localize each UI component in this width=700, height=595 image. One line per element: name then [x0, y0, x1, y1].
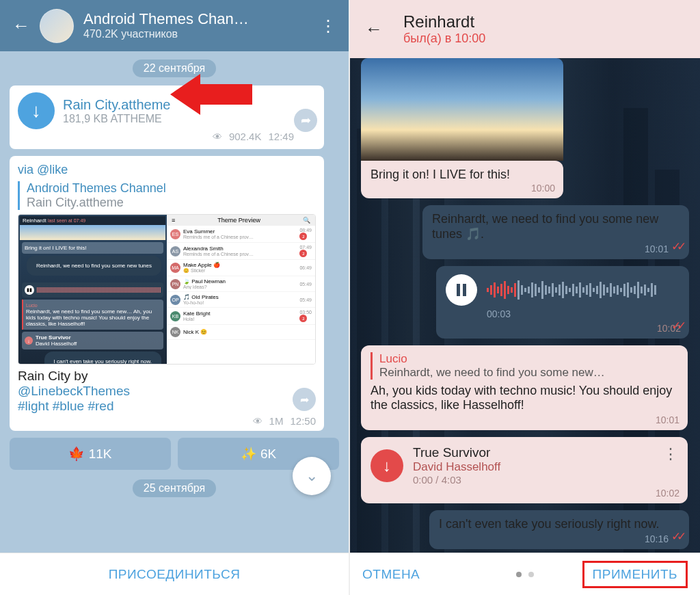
right-screenshot: ← Reinhardt был(а) в 10:00 Bring it on! … [350, 0, 700, 595]
pause-icon[interactable] [446, 274, 477, 306]
image-attachment[interactable] [361, 58, 563, 161]
read-ticks-icon: ✓✓ [671, 319, 682, 333]
channel-subtitle: 470.2K участников [83, 28, 249, 40]
via-link[interactable]: via @like [18, 163, 316, 177]
back-icon[interactable]: ← [12, 15, 40, 36]
cancel-button[interactable]: ОТМЕНА [362, 567, 420, 582]
share-icon[interactable]: ➦ [293, 388, 316, 411]
preview-message[interactable]: via @like Android Themes Channel Rain Ci… [10, 156, 324, 431]
file-meta: 181,9 KB ATTHEME [63, 113, 170, 125]
file-message[interactable]: ↓ Rain City.attheme 181,9 KB ATTHEME 👁 9… [10, 85, 324, 149]
channel-title[interactable]: Android Themes Chan… [83, 11, 249, 27]
chat-header: ← Reinhardt был(а) в 10:00 [350, 0, 700, 58]
reply-quote[interactable]: Lucio Reinhardt, we need to find you som… [371, 352, 678, 380]
channel-header: ← Android Themes Chan… 470.2K участников… [0, 0, 349, 51]
waveform[interactable] [487, 279, 679, 301]
file-name: Rain City.attheme [63, 97, 170, 113]
join-button[interactable]: ПРИСОЕДИНИТЬСЯ [0, 553, 349, 595]
apply-button[interactable]: ПРИМЕНИТЬ [582, 561, 688, 588]
theme-preview-image: Reinhardt last seen at 07:49 Bring it on… [18, 214, 316, 365]
file-views: 902.4K [229, 131, 262, 142]
views-icon: 👁 [253, 416, 262, 427]
kebab-icon[interactable]: ⋮ [663, 445, 678, 463]
message-in[interactable]: Bring it on! I LIVE for this! 10:00 [361, 161, 563, 198]
download-icon[interactable]: ↓ [18, 92, 55, 129]
left-screenshot: ← Android Themes Chan… 470.2K участников… [0, 0, 350, 595]
read-ticks-icon: ✓✓ [671, 239, 682, 254]
back-icon[interactable]: ← [365, 18, 403, 40]
share-icon[interactable]: ➦ [294, 109, 317, 132]
date-separator: 25 сентября [133, 479, 217, 497]
reply-quote[interactable]: Android Themes Channel Rain City.attheme [18, 181, 316, 210]
read-ticks-icon: ✓✓ [671, 529, 682, 544]
chat-area-right: Bring it on! I LIVE for this! 10:00 Rein… [350, 58, 700, 553]
caption: Rain City by @LinebeckThemes #light #blu… [18, 369, 130, 414]
views-icon: 👁 [213, 131, 222, 142]
message-out[interactable]: I can't even take you seriously right no… [429, 510, 689, 549]
audio-file-message[interactable]: ↓ True Survivor David Hasselhoff 0:00 / … [361, 437, 688, 503]
chat-title[interactable]: Reinhardt [403, 12, 485, 31]
page-dots [516, 572, 534, 577]
vote-buttons: 🍁 11K ✨ 6K [10, 438, 339, 470]
channel-avatar[interactable] [40, 9, 74, 43]
annotation-arrow [170, 77, 252, 111]
message-out[interactable]: Reinhardt, we need to find you some new … [422, 205, 689, 259]
download-icon[interactable]: ↓ [371, 449, 403, 482]
message-in-quoted[interactable]: Lucio Reinhardt, we need to find you som… [361, 345, 688, 430]
vote-a[interactable]: 🍁 11K [10, 438, 171, 470]
theme-actions: ОТМЕНА ПРИМЕНИТЬ [350, 553, 700, 595]
chat-subtitle: был(а) в 10:00 [403, 31, 485, 46]
chat-area-left: 22 сентября ↓ Rain City.attheme 181,9 KB… [0, 51, 349, 553]
more-icon[interactable]: ⋮ [320, 16, 336, 36]
scroll-down-fab[interactable]: ⌄ [293, 457, 331, 495]
voice-message[interactable]: 00:03 10:02 ✓✓ [436, 266, 689, 339]
file-time: 12:49 [268, 131, 294, 142]
